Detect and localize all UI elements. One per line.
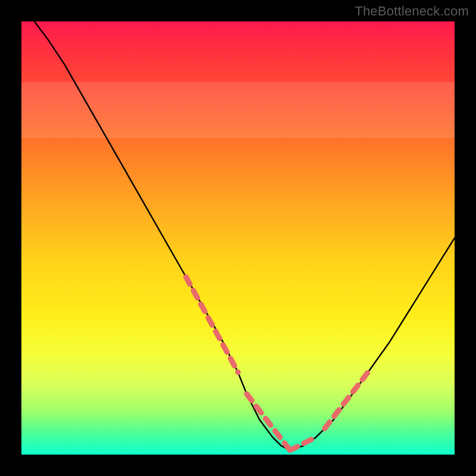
chart-stage: TheBottleneck.com <box>0 0 476 476</box>
dash-seg-1 <box>247 394 290 450</box>
bottleneck-curve <box>35 21 455 450</box>
watermark-text: TheBottleneck.com <box>355 4 469 19</box>
dash-seg-0 <box>186 277 238 372</box>
dash-seg-2 <box>290 437 316 450</box>
curve-layer <box>21 21 455 455</box>
dash-seg-3 <box>325 372 368 429</box>
plot-area <box>21 21 455 455</box>
